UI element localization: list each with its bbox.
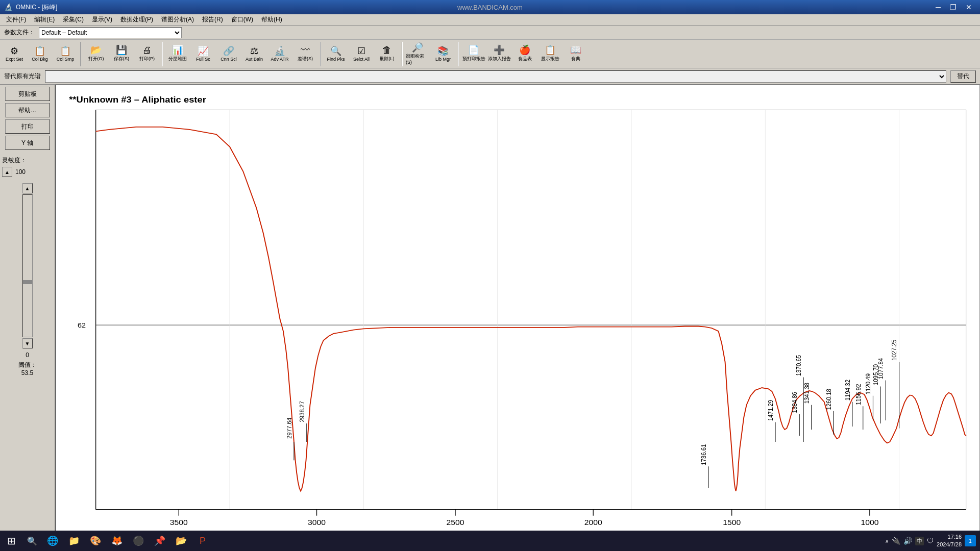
lib-mgr-icon: 📚	[437, 46, 449, 56]
taskbar-edge[interactable]: 🌐	[42, 531, 63, 551]
threshold-track[interactable]	[22, 194, 33, 337]
tray-expand[interactable]: ∧	[885, 538, 889, 544]
help-button[interactable]: 帮助...	[5, 103, 50, 117]
toolbar-print[interactable]: 🖨 打印(P)	[135, 41, 159, 67]
taskbar-paint[interactable]: 🎨	[85, 531, 106, 551]
start-button[interactable]: ⊞	[0, 531, 22, 551]
toolbar-diff[interactable]: 〰 差谱(S)	[293, 41, 317, 67]
replace-select[interactable]	[45, 70, 946, 83]
toolbar-aut-baln[interactable]: ⚖ Aut Baln	[242, 41, 266, 67]
menu-report[interactable]: 报告(R)	[198, 14, 227, 26]
toolbar-stack[interactable]: 📊 分层堆图	[165, 41, 190, 67]
toolbar-lib-search[interactable]: 🔎 谱图检索(S)	[405, 41, 430, 67]
clock-display: 17:16 2024/7/28	[937, 533, 962, 549]
menu-edit[interactable]: 编辑(E)	[30, 14, 59, 26]
toolbar-adv-atr[interactable]: 🔬 Adv ATR	[267, 41, 292, 67]
tray-network[interactable]: 🔌	[892, 537, 900, 545]
svg-text:3000: 3000	[308, 518, 326, 526]
taskbar: ⊞ 🔍 🌐 📁 🎨 🦊 ⚫ 📌 📂 P ∧ 🔌 🔊 中 🛡 17:16 2024…	[0, 531, 980, 551]
notification-button[interactable]: 1	[965, 535, 976, 546]
open-label: 打开(O)	[88, 56, 104, 62]
maximize-button[interactable]: ❐	[946, 3, 961, 12]
sep-2	[162, 42, 163, 66]
close-button[interactable]: ✕	[962, 3, 976, 12]
title-controls[interactable]: ─ ❐ ✕	[932, 3, 976, 12]
menu-analysis[interactable]: 谱图分析(A)	[157, 14, 198, 26]
toolbar-cnn-scl[interactable]: 🔗 Cnn Scl	[216, 41, 241, 67]
replace-button[interactable]: 替代	[950, 70, 976, 83]
threshold-up-arrow[interactable]: ▲	[22, 183, 33, 193]
taskbar-apps: 🌐 📁 🎨 🦊 ⚫ 📌 📂 P	[42, 531, 213, 551]
svg-text:2500: 2500	[447, 518, 464, 526]
toolbar-selct-all[interactable]: ☑ Selct All	[349, 41, 374, 67]
taskbar-pin[interactable]: 📌	[149, 531, 170, 551]
toolbar-show-report[interactable]: 📋 显示报告	[538, 41, 562, 67]
taskbar-powerpoint[interactable]: P	[192, 531, 213, 551]
menu-data[interactable]: 数据处理(P)	[116, 14, 157, 26]
open-icon: 📂	[90, 45, 102, 55]
toolbar-food-code[interactable]: 📖 食典	[564, 41, 588, 67]
taskbar-explorer[interactable]: 📁	[63, 531, 85, 551]
menu-file[interactable]: 文件(F)	[2, 14, 30, 26]
toolbar-find-pks[interactable]: 🔍 Find Pks	[324, 41, 348, 67]
toolbar-full-sc[interactable]: 📈 Full Sc	[191, 41, 215, 67]
window-title: OMNIC - [标峰]	[16, 3, 57, 12]
find-pks-icon: 🔍	[330, 46, 341, 56]
toolbar-add-report[interactable]: ➕ 添加入报告	[487, 41, 511, 67]
spectrum-title: **Unknown #3 – Aliphatic ester	[69, 94, 206, 104]
svg-text:1077.84: 1077.84	[877, 358, 885, 379]
toolbar-lib-mgr[interactable]: 📚 Lib Mgr	[431, 41, 455, 67]
show-report-icon: 📋	[545, 45, 556, 55]
print-button[interactable]: 打印	[5, 119, 50, 134]
lib-mgr-label: Lib Mgr	[435, 57, 451, 62]
params-select[interactable]: Default – Default	[39, 27, 182, 38]
spectrum-area[interactable]: **Unknown #3 – Aliphatic ester	[55, 85, 980, 547]
toolbar: ⚙ Expt Set 📋 Col Bkg 📋 Col Smp 📂 打开(O) 💾…	[0, 40, 980, 68]
taskbar-record[interactable]: ⚫	[128, 531, 149, 551]
menu-display[interactable]: 显示(V)	[88, 14, 116, 26]
toolbar-food-table[interactable]: 🍎 食品表	[512, 41, 537, 67]
menu-window[interactable]: 窗口(W)	[227, 14, 257, 26]
search-button[interactable]: 🔍	[22, 531, 42, 551]
sep-5	[458, 42, 459, 66]
svg-text:2977.64: 2977.64	[285, 417, 293, 439]
sensitivity-section: 灵敏度： ▲ 100	[2, 156, 53, 177]
toolbar-preview-report[interactable]: 📄 预打印报告	[461, 41, 486, 67]
minimize-button[interactable]: ─	[932, 3, 945, 12]
taskbar-files[interactable]: 📂	[170, 531, 192, 551]
lib-search-label: 谱图检索(S)	[406, 53, 429, 65]
toolbar-save[interactable]: 💾 保存(S)	[109, 41, 134, 67]
svg-text:1500: 1500	[723, 518, 741, 526]
menu-collect[interactable]: 采集(C)	[59, 14, 88, 26]
toolbar-col-smp[interactable]: 📋 Col Smp	[53, 41, 78, 67]
delete-label: 删除(L)	[380, 56, 395, 62]
lib-search-icon: 🔎	[412, 43, 423, 52]
threshold-down-arrow[interactable]: ▼	[22, 338, 33, 348]
delete-icon: 🗑	[382, 45, 391, 55]
svg-text:3500: 3500	[170, 518, 188, 526]
clock-date: 2024/7/28	[937, 541, 962, 548]
taskbar-firefox[interactable]: 🦊	[106, 531, 128, 551]
menu-help[interactable]: 帮助(H)	[257, 14, 286, 26]
tray-volume[interactable]: 🔊	[903, 537, 912, 545]
food-table-icon: 🍎	[519, 45, 530, 55]
toolbar-open[interactable]: 📂 打开(O)	[84, 41, 108, 67]
svg-text:1120.49: 1120.49	[865, 373, 872, 395]
tray-input-method[interactable]: 中	[915, 537, 924, 545]
toolbar-expt-set[interactable]: ⚙ Expt Set	[2, 41, 27, 67]
svg-text:1370.65: 1370.65	[795, 355, 802, 376]
toolbar-delete[interactable]: 🗑 删除(L)	[375, 41, 399, 67]
search-icon: 🔍	[27, 536, 37, 546]
clipboard-button[interactable]: 剪贴板	[5, 87, 50, 101]
aut-baln-icon: ⚖	[250, 46, 258, 56]
expt-set-icon: ⚙	[10, 46, 18, 56]
tray-antivirus[interactable]: 🛡	[927, 537, 934, 545]
zero-label: 0	[26, 352, 29, 359]
y-axis-button[interactable]: Y 轴	[5, 136, 50, 150]
threshold-label: 阈值：	[18, 361, 37, 369]
expt-set-label: Expt Set	[6, 57, 23, 62]
diff-icon: 〰	[301, 45, 310, 55]
print-label: 打印(P)	[139, 56, 155, 62]
toolbar-col-bkg[interactable]: 📋 Col Bkg	[28, 41, 52, 67]
sensitivity-up-arrow[interactable]: ▲	[2, 167, 12, 177]
